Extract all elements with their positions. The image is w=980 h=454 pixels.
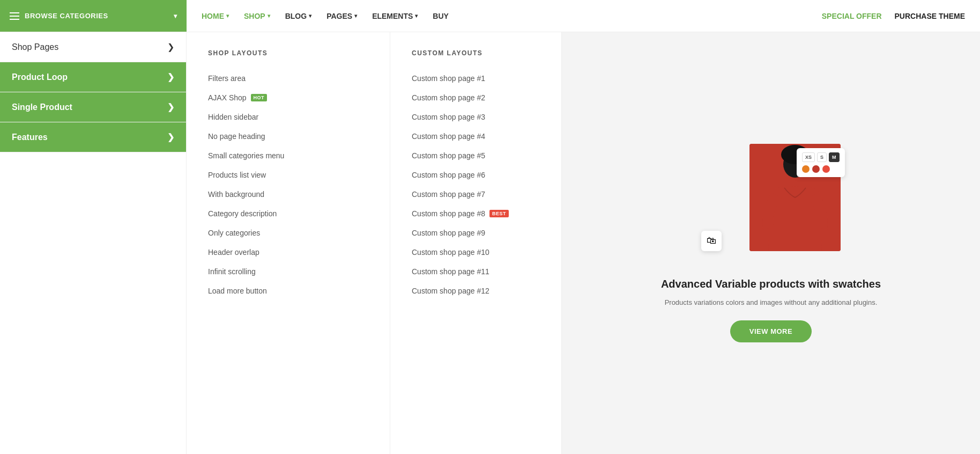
size-m[interactable]: M [829, 152, 840, 162]
size-options: XS S M [802, 152, 840, 162]
list-item[interactable]: Only categories [208, 223, 368, 243]
shop-layouts-list: Filters area AJAX ShopHOT Hidden sidebar… [208, 69, 368, 301]
list-item[interactable]: AJAX ShopHOT [208, 88, 368, 107]
list-item[interactable]: Hidden sidebar [208, 107, 368, 127]
chevron-down-icon: ▾ [174, 12, 177, 20]
sidebar-single-product-label: Single Product [12, 102, 72, 112]
size-xs[interactable]: XS [802, 152, 815, 162]
sidebar: Shop Pages ❯ Product Loop ❯ Single Produ… [0, 32, 187, 454]
list-item[interactable]: Custom shop page #5 [412, 146, 540, 165]
list-item[interactable]: Custom shop page #1 [412, 69, 540, 88]
nav-buy[interactable]: BUY [433, 12, 449, 20]
main-layout: Shop Pages ❯ Product Loop ❯ Single Produ… [0, 32, 980, 454]
chevron-right-icon: ❯ [167, 42, 174, 52]
color-red-dark[interactable] [812, 165, 820, 173]
sidebar-features-label: Features [12, 133, 48, 142]
best-badge: BEST [489, 210, 509, 217]
promo-title: Advanced Variable products with swatches [661, 277, 881, 291]
sidebar-shop-pages-label: Shop Pages [12, 42, 58, 52]
list-item[interactable]: Custom shop page #8BEST [412, 204, 540, 223]
nav-pages[interactable]: PAGES ▾ [326, 12, 357, 20]
list-item[interactable]: Small categories menu [208, 146, 368, 165]
custom-layouts-column: CUSTOM LAYOUTS Custom shop page #1 Custo… [390, 32, 562, 454]
list-item[interactable]: With background [208, 185, 368, 204]
list-item[interactable]: Custom shop page #4 [412, 127, 540, 146]
list-item[interactable]: Filters area [208, 69, 368, 88]
nav-blog[interactable]: BLOG ▾ [285, 12, 311, 20]
top-navigation: BROWSE CATEGORIES ▾ HOME ▾ SHOP ▾ BLOG ▾… [0, 0, 980, 32]
promo-image: XS S M 🛍 [701, 144, 841, 262]
list-item[interactable]: Custom shop page #3 [412, 107, 540, 127]
nav-shop[interactable]: SHOP ▾ [244, 12, 270, 20]
purchase-theme-link[interactable]: PURCHASE THEME [895, 12, 965, 20]
list-item[interactable]: No page heading [208, 127, 368, 146]
list-item[interactable]: Custom shop page #9 [412, 223, 540, 243]
sidebar-product-loop-label: Product Loop [12, 72, 68, 82]
list-item[interactable]: Custom shop page #6 [412, 165, 540, 185]
chevron-right-icon: ❯ [167, 72, 174, 82]
color-options [802, 165, 840, 173]
swatches-card: XS S M [797, 148, 845, 177]
list-item[interactable]: Products list view [208, 165, 368, 185]
list-item[interactable]: Custom shop page #2 [412, 88, 540, 107]
nav-right: SPECIAL OFFER PURCHASE THEME [822, 12, 980, 20]
size-s[interactable]: S [817, 152, 827, 162]
sidebar-item-single-product[interactable]: Single Product ❯ [0, 92, 186, 122]
nav-elements[interactable]: ELEMENTS ▾ [372, 12, 418, 20]
chevron-right-icon: ❯ [167, 132, 174, 142]
list-item[interactable]: Infinit scrolling [208, 262, 368, 281]
shopping-bag-icon[interactable]: 🛍 [701, 231, 722, 251]
promo-description: Products variations colors and images wi… [665, 297, 878, 308]
sidebar-item-shop-pages[interactable]: Shop Pages ❯ [0, 32, 186, 62]
sidebar-item-features[interactable]: Features ❯ [0, 122, 186, 152]
color-red[interactable] [822, 165, 830, 173]
hot-badge: HOT [251, 94, 268, 101]
hamburger-icon [10, 12, 19, 20]
view-more-button[interactable]: VIEW MORE [730, 320, 812, 342]
dropdown-content: SHOP LAYOUTS Filters area AJAX ShopHOT H… [187, 32, 980, 454]
color-orange[interactable] [802, 165, 810, 173]
list-item[interactable]: Custom shop page #11 [412, 262, 540, 281]
list-item[interactable]: Load more button [208, 281, 368, 301]
list-item[interactable]: Header overlap [208, 243, 368, 262]
list-item[interactable]: Custom shop page #10 [412, 243, 540, 262]
list-item[interactable]: Category description [208, 204, 368, 223]
sidebar-item-product-loop[interactable]: Product Loop ❯ [0, 62, 186, 92]
shop-layouts-column: SHOP LAYOUTS Filters area AJAX ShopHOT H… [187, 32, 390, 454]
chevron-right-icon: ❯ [167, 102, 174, 112]
list-item[interactable]: Custom shop page #12 [412, 281, 540, 301]
shop-layouts-title: SHOP LAYOUTS [208, 49, 368, 57]
browse-categories-button[interactable]: BROWSE CATEGORIES ▾ [0, 0, 187, 32]
list-item[interactable]: Custom shop page #7 [412, 185, 540, 204]
promo-panel: XS S M 🛍 Advanced Variable products with… [562, 32, 980, 454]
custom-layouts-title: CUSTOM LAYOUTS [412, 49, 540, 57]
custom-layouts-list: Custom shop page #1 Custom shop page #2 … [412, 69, 540, 301]
browse-categories-label: BROWSE CATEGORIES [25, 12, 108, 20]
nav-links: HOME ▾ SHOP ▾ BLOG ▾ PAGES ▾ ELEMENTS ▾ … [187, 12, 822, 20]
nav-home[interactable]: HOME ▾ [202, 12, 229, 20]
special-offer-link[interactable]: SPECIAL OFFER [822, 12, 882, 20]
